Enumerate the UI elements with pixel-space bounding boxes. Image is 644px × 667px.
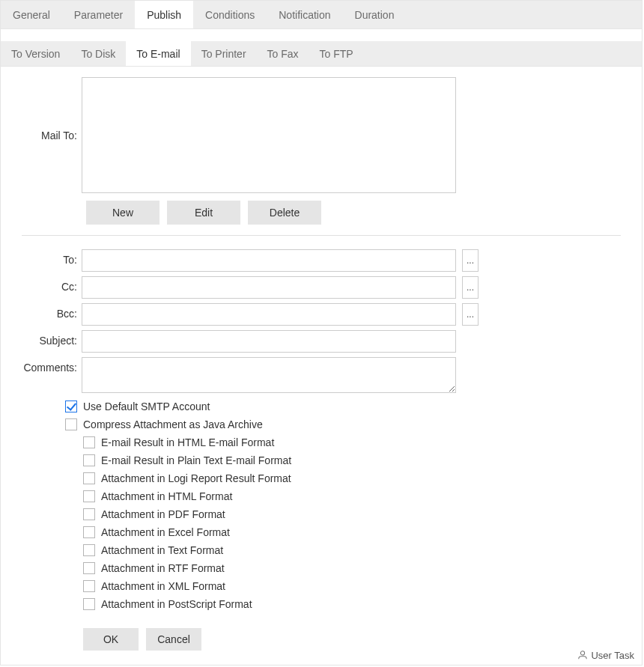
checkbox-10[interactable] bbox=[83, 580, 95, 592]
checkbox-label[interactable]: Compress Attachment as Java Archive bbox=[83, 418, 263, 430]
checkbox-row: Compress Attachment as Java Archive bbox=[65, 415, 621, 433]
tab-general[interactable]: General bbox=[1, 1, 62, 28]
subject-input[interactable] bbox=[82, 330, 456, 353]
subject-label: Subject: bbox=[22, 330, 82, 347]
bcc-browse-button[interactable]: ... bbox=[462, 303, 479, 326]
user-task-icon bbox=[577, 650, 588, 660]
checkbox-9[interactable] bbox=[83, 562, 95, 574]
checkbox-label[interactable]: Attachment in PostScript Format bbox=[101, 598, 252, 610]
tab-to-disk[interactable]: To Disk bbox=[70, 41, 126, 66]
checkbox-row: Attachment in HTML Format bbox=[83, 487, 621, 505]
tab-notification[interactable]: Notification bbox=[267, 1, 342, 28]
task-dialog: General Parameter Publish Conditions Not… bbox=[0, 0, 643, 666]
checkbox-label[interactable]: Attachment in Logi Report Result Format bbox=[101, 472, 291, 484]
to-browse-button[interactable]: ... bbox=[462, 249, 479, 272]
checkbox-row: Attachment in PDF Format bbox=[83, 505, 621, 523]
checkbox-7[interactable] bbox=[83, 526, 95, 538]
tab-conditions[interactable]: Conditions bbox=[193, 1, 267, 28]
new-button[interactable]: New bbox=[86, 201, 160, 225]
bcc-label: Bcc: bbox=[22, 303, 82, 320]
tab-to-fax[interactable]: To Fax bbox=[257, 41, 309, 66]
tabs-secondary: To Version To Disk To E-mail To Printer … bbox=[1, 41, 642, 67]
svg-point-0 bbox=[581, 651, 585, 655]
mail-to-buttons: New Edit Delete bbox=[86, 201, 621, 225]
checkbox-0[interactable] bbox=[65, 400, 77, 412]
checkbox-4[interactable] bbox=[83, 472, 95, 484]
tabs-primary: General Parameter Publish Conditions Not… bbox=[1, 1, 642, 29]
checkbox-label[interactable]: Attachment in HTML Format bbox=[101, 490, 232, 502]
checkbox-row: E-mail Result in HTML E-mail Format bbox=[83, 433, 621, 451]
checkbox-row: E-mail Result in Plain Text E-mail Forma… bbox=[83, 451, 621, 469]
checkbox-11[interactable] bbox=[83, 598, 95, 610]
checkbox-label[interactable]: Attachment in Excel Format bbox=[101, 526, 230, 538]
checkbox-label[interactable]: Attachment in Text Format bbox=[101, 544, 223, 556]
checkbox-row: Attachment in PostScript Format bbox=[83, 595, 621, 613]
checkbox-row: Attachment in Text Format bbox=[83, 541, 621, 559]
checkbox-label[interactable]: E-mail Result in HTML E-mail Format bbox=[101, 436, 274, 448]
tab-to-email[interactable]: To E-mail bbox=[126, 41, 190, 66]
tab-publish[interactable]: Publish bbox=[135, 1, 193, 28]
checkbox-2[interactable] bbox=[83, 436, 95, 448]
checkbox-row: Attachment in Logi Report Result Format bbox=[83, 469, 621, 487]
bcc-input[interactable] bbox=[82, 303, 456, 326]
checkbox-row: Attachment in Excel Format bbox=[83, 523, 621, 541]
email-form: Mail To: New Edit Delete To: ... Cc: ...… bbox=[1, 67, 642, 666]
cc-input[interactable] bbox=[82, 276, 456, 299]
status-bar: User Task bbox=[1, 645, 642, 665]
checkbox-label[interactable]: Attachment in PDF Format bbox=[101, 508, 225, 520]
checkbox-3[interactable] bbox=[83, 454, 95, 466]
comments-input[interactable] bbox=[82, 357, 456, 393]
checkbox-5[interactable] bbox=[83, 490, 95, 502]
tab-to-printer[interactable]: To Printer bbox=[191, 41, 257, 66]
mail-to-listbox[interactable] bbox=[82, 77, 456, 193]
divider bbox=[22, 235, 621, 236]
to-input[interactable] bbox=[82, 249, 456, 272]
checkbox-row: Use Default SMTP Account bbox=[65, 398, 621, 415]
tab-duration[interactable]: Duration bbox=[343, 1, 407, 28]
tab-to-version[interactable]: To Version bbox=[1, 41, 70, 66]
checkbox-label[interactable]: Attachment in XML Format bbox=[101, 580, 225, 592]
to-label: To: bbox=[22, 249, 82, 266]
user-task-label: User Task bbox=[591, 650, 634, 661]
tab-to-ftp[interactable]: To FTP bbox=[309, 41, 364, 66]
checkbox-row: Attachment in XML Format bbox=[83, 577, 621, 595]
cc-label: Cc: bbox=[22, 276, 82, 293]
checkbox-label[interactable]: Attachment in RTF Format bbox=[101, 562, 225, 574]
tab-parameter[interactable]: Parameter bbox=[62, 1, 135, 28]
checkbox-1[interactable] bbox=[65, 418, 77, 430]
checkbox-6[interactable] bbox=[83, 508, 95, 520]
comments-label: Comments: bbox=[22, 357, 82, 374]
checkbox-8[interactable] bbox=[83, 544, 95, 556]
checkbox-row: Attachment in RTF Format bbox=[83, 559, 621, 577]
mail-to-label: Mail To: bbox=[22, 130, 82, 141]
checkbox-label[interactable]: Use Default SMTP Account bbox=[83, 400, 210, 412]
delete-button[interactable]: Delete bbox=[248, 201, 321, 225]
checkbox-label[interactable]: E-mail Result in Plain Text E-mail Forma… bbox=[101, 454, 291, 466]
cc-browse-button[interactable]: ... bbox=[462, 276, 479, 299]
edit-button[interactable]: Edit bbox=[167, 201, 240, 225]
